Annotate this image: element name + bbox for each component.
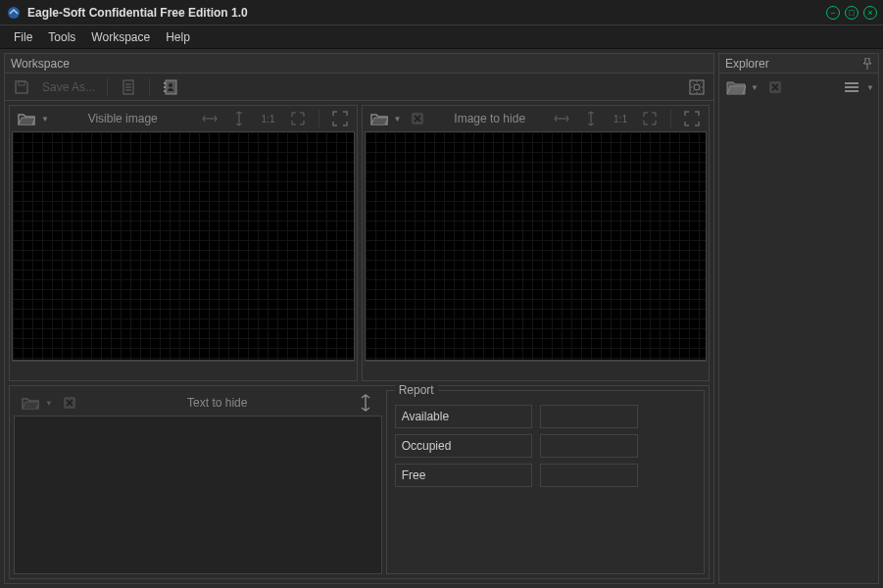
actual-size-button[interactable]: 1:1 [608, 107, 633, 130]
contacts-icon [162, 78, 179, 96]
image-to-hide-caption: Image to hide [434, 112, 545, 125]
workspace-body: ▼ Visible image 1:1 [5, 101, 713, 583]
gear-icon [688, 78, 706, 96]
report-row-free: Free [395, 464, 696, 487]
open-hide-image-button[interactable] [367, 107, 392, 130]
report-legend: Report [395, 383, 438, 397]
report-row-available: Available [395, 405, 696, 428]
open-folder-icon [22, 396, 39, 410]
contacts-button[interactable] [158, 75, 183, 99]
menu-file[interactable]: File [6, 27, 40, 47]
open-folder-icon [370, 112, 388, 125]
fit-height-button[interactable] [578, 107, 604, 130]
close-button[interactable]: × [863, 6, 877, 20]
open-text-button[interactable] [18, 391, 43, 415]
image-to-hide-status [365, 361, 708, 378]
folder-icon [726, 79, 746, 95]
fit-height-icon [585, 111, 597, 126]
save-as-label: Save As... [38, 80, 99, 94]
toolbar-separator [319, 110, 319, 127]
clear-text-button[interactable] [57, 391, 82, 415]
document-button[interactable] [116, 75, 141, 99]
image-to-hide-toolbar: ▼ Image to hide 1:1 [363, 106, 710, 131]
free-value [540, 464, 638, 487]
bottom-row: ▼ Text to hide Report [9, 385, 710, 579]
aspect-ratio-label: 1:1 [613, 114, 627, 124]
available-label: Available [395, 405, 532, 428]
free-label: Free [395, 464, 532, 487]
actual-size-button[interactable]: 1:1 [256, 107, 281, 130]
text-to-hide-caption: Text to hide [86, 396, 349, 410]
aspect-ratio-label: 1:1 [262, 114, 275, 124]
menu-help[interactable]: Help [158, 27, 198, 47]
explorer-body[interactable] [719, 101, 878, 583]
document-icon [121, 78, 136, 96]
visible-image-panel: ▼ Visible image 1:1 [9, 105, 358, 381]
menu-tools[interactable]: Tools [40, 27, 83, 47]
svg-point-12 [694, 84, 700, 90]
open-folder-button[interactable] [723, 75, 749, 99]
text-to-hide-panel: ▼ Text to hide [14, 390, 382, 574]
clear-hide-image-button[interactable] [405, 107, 430, 130]
expand-text-button[interactable] [353, 391, 378, 415]
image-to-hide-canvas[interactable] [365, 131, 708, 361]
app-icon [6, 5, 22, 21]
svg-rect-6 [166, 80, 176, 94]
chevron-down-icon[interactable]: ▼ [41, 115, 49, 123]
workspace-panel-title: Workspace [5, 54, 713, 74]
save-button[interactable] [9, 75, 34, 99]
fullscreen-icon [684, 111, 700, 126]
chevron-down-icon[interactable]: ▼ [866, 83, 874, 92]
toolbar-separator [149, 78, 150, 96]
toolbar-separator [670, 110, 671, 127]
fit-width-button[interactable] [549, 107, 574, 130]
svg-point-7 [169, 83, 172, 87]
view-options-button[interactable] [839, 75, 864, 99]
fullscreen-button[interactable] [327, 107, 353, 130]
visible-image-status [12, 361, 355, 378]
save-icon [13, 78, 30, 96]
settings-button[interactable] [684, 75, 710, 99]
fit-screen-icon [290, 111, 306, 126]
explorer-title-label: Explorer [725, 57, 769, 71]
clear-explorer-button[interactable] [762, 75, 788, 99]
occupied-value [540, 434, 638, 458]
open-folder-icon [18, 112, 35, 125]
fit-width-icon [554, 113, 569, 124]
visible-image-canvas[interactable] [12, 131, 355, 361]
chevron-down-icon[interactable]: ▼ [394, 115, 402, 123]
close-icon [767, 79, 783, 95]
minimize-button[interactable]: − [826, 6, 840, 20]
menu-workspace[interactable]: Workspace [83, 27, 158, 47]
fit-height-button[interactable] [226, 107, 252, 130]
maximize-button[interactable]: □ [845, 6, 858, 20]
open-visible-image-button[interactable] [14, 107, 39, 130]
explorer-toolbar: ▼ ▼ [719, 74, 878, 101]
visible-image-toolbar: ▼ Visible image 1:1 [10, 106, 357, 131]
close-icon [410, 111, 425, 126]
occupied-label: Occupied [395, 434, 532, 458]
menu-bar: File Tools Workspace Help [0, 25, 883, 49]
visible-image-caption: Visible image [53, 112, 193, 125]
window-title: Eagle-Soft Confidential Free Edition 1.0 [27, 6, 821, 20]
fit-screen-button[interactable] [637, 107, 662, 130]
available-value [540, 405, 638, 428]
chevron-down-icon[interactable]: ▼ [45, 399, 53, 408]
toolbar-separator [107, 78, 108, 96]
chevron-down-icon[interactable]: ▼ [751, 83, 759, 92]
fit-screen-icon [642, 111, 658, 126]
fit-width-button[interactable] [197, 107, 222, 130]
report-row-occupied: Occupied [395, 434, 696, 458]
report-panel: Report Available Occupied Free [386, 390, 705, 574]
close-icon [62, 395, 77, 411]
workspace-panel: Workspace Save As... [4, 53, 714, 584]
fullscreen-button[interactable] [679, 107, 705, 130]
content-area: Workspace Save As... [0, 49, 883, 588]
images-row: ▼ Visible image 1:1 [9, 105, 710, 381]
image-to-hide-panel: ▼ Image to hide 1:1 [362, 105, 711, 381]
pin-icon[interactable] [862, 58, 872, 70]
text-to-hide-textarea[interactable] [14, 416, 382, 574]
fit-screen-button[interactable] [285, 107, 311, 130]
title-bar: Eagle-Soft Confidential Free Edition 1.0… [0, 0, 883, 25]
svg-point-0 [8, 7, 20, 19]
